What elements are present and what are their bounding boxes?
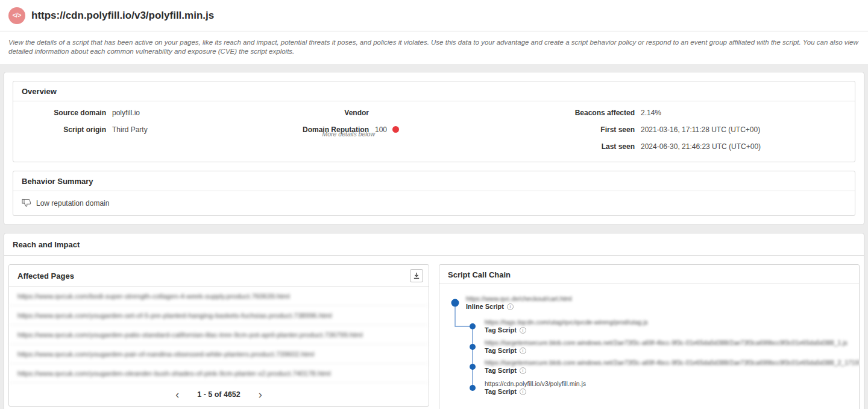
chain-node-dot <box>470 344 476 350</box>
field-vendor: Vendor <box>297 109 571 117</box>
chain-node-type: Tag Script i <box>485 326 526 334</box>
page-title: https://cdn.polyfill.io/v3/polyfill.min.… <box>31 10 214 22</box>
behavior-summary-card: Behavior Summary Low reputation domain <box>13 171 855 216</box>
info-icon[interactable]: i <box>520 347 526 354</box>
info-icon[interactable]: i <box>520 327 526 334</box>
affected-page-url: https://www.qvcuk.com/bodi-super-strengt… <box>9 287 429 306</box>
download-icon <box>413 272 420 279</box>
chain-node-url: https://www.qvc.de/checkout/cart.html <box>466 295 572 303</box>
chain-node-type-label: Tag Script <box>485 326 517 334</box>
chain-node-type: Tag Script i <box>485 367 526 375</box>
field-label: Last seen <box>571 142 635 151</box>
reach-and-impact-section: Reach and Impact Affected Pages https://… <box>4 233 864 409</box>
field-label: First seen <box>571 125 635 134</box>
field-value: Third Party <box>112 125 148 134</box>
overview-card: Overview Source domain polyfill.io Scrip… <box>13 81 855 162</box>
chain-node-url: https://targetemsecure.blob.core.windows… <box>485 359 859 367</box>
behavior-summary-label: Low reputation domain <box>36 199 109 208</box>
field-last-seen: Last seen 2024-06-30, 21:46:23 UTC (UTC+… <box>571 142 846 151</box>
overview-title: Overview <box>13 81 855 101</box>
overview-column-3: Beacons affected 2.14% First seen 2021-0… <box>571 109 846 159</box>
field-value: 2024-06-30, 21:46:23 UTC (UTC+00) <box>641 142 761 151</box>
affected-page-url: https://www.qvcuk.com/yougarden-oleander… <box>9 364 429 383</box>
field-label: Vendor <box>297 109 369 117</box>
pagination-range: 1 - 5 of 4652 <box>197 390 241 399</box>
field-value: 2021-03-16, 17:11:28 UTC (UTC+00) <box>641 125 760 134</box>
summary-section: Overview Source domain polyfill.io Scrip… <box>4 72 864 225</box>
field-label: Script origin <box>22 125 106 134</box>
field-script-origin: Script origin Third Party <box>22 125 297 134</box>
chain-node-type: Tag Script i <box>485 347 526 355</box>
field-value: 100 <box>375 125 399 134</box>
affected-page-url: https://www.qvcuk.com/yougarden-patio-st… <box>9 325 429 344</box>
chain-node-type: Tag Script i <box>485 388 526 396</box>
behavior-summary-title: Behavior Summary <box>13 171 855 191</box>
overview-column-2: Vendor Domain Reputation 100 More detail… <box>297 109 571 159</box>
chain-node-dot <box>470 323 476 329</box>
reputation-score: 100 <box>375 125 387 134</box>
chain-node-dot <box>470 385 476 391</box>
field-label: Beacons affected <box>571 109 635 117</box>
reputation-status-dot <box>392 126 399 133</box>
download-button[interactable] <box>410 269 423 282</box>
info-icon[interactable]: i <box>507 303 514 310</box>
chain-node-url: https://tags.tiqcdn.com/utag/qvc/qvcde-w… <box>485 319 648 326</box>
field-value: polyfill.io <box>112 109 140 117</box>
affected-pages-panel: Affected Pages https://www.qvcuk.com/bod… <box>8 264 429 407</box>
chain-node-type-label: Tag Script <box>485 367 517 375</box>
page-description: View the details of a script that has be… <box>0 31 868 64</box>
affected-pages-title: Affected Pages <box>17 271 74 281</box>
pagination-next-button[interactable]: › <box>257 389 263 400</box>
chain-node-dot <box>470 364 476 370</box>
field-source-domain: Source domain polyfill.io <box>22 109 297 117</box>
field-label: Source domain <box>22 109 106 117</box>
reach-and-impact-title: Reach and Impact <box>4 233 864 256</box>
field-value: 2.14% <box>641 109 661 117</box>
chain-node-type-label: Tag Script <box>485 388 517 396</box>
chain-node-type: Inline Script i <box>466 303 514 311</box>
chain-node-type-label: Tag Script <box>485 347 517 355</box>
overview-column-1: Source domain polyfill.io Script origin … <box>22 109 297 159</box>
chain-node-url: https://targetemsecure.blob.core.windows… <box>485 339 848 347</box>
script-call-chain-header: Script Call Chain <box>439 265 859 284</box>
reach-and-impact-panels: Affected Pages https://www.qvcuk.com/bod… <box>4 256 864 409</box>
affected-pages-header: Affected Pages <box>9 265 429 287</box>
info-icon[interactable]: i <box>520 388 526 395</box>
script-code-icon: </> <box>8 7 25 24</box>
pagination-prev-button[interactable]: ‹ <box>174 389 180 400</box>
thumbs-down-icon <box>22 198 31 208</box>
field-beacons-affected: Beacons affected 2.14% <box>571 109 846 117</box>
chain-node-url: https://cdn.polyfill.io/v3/polyfill.min.… <box>485 380 586 388</box>
affected-page-url: https://www.qvcuk.com/yougarden-set-of-5… <box>9 306 429 325</box>
chain-node-type-label: Inline Script <box>466 303 504 311</box>
script-call-chain-tree: https://www.qvc.de/checkout/cart.html In… <box>439 284 859 409</box>
info-icon[interactable]: i <box>520 367 526 374</box>
behavior-summary-item: Low reputation domain <box>13 191 855 215</box>
field-first-seen: First seen 2021-03-16, 17:11:28 UTC (UTC… <box>571 125 846 134</box>
script-call-chain-title: Script Call Chain <box>448 270 511 279</box>
page-header: </> https://cdn.polyfill.io/v3/polyfill.… <box>0 0 868 31</box>
affected-page-url: https://www.qvcuk.com/yougarden-pair-of-… <box>9 344 429 364</box>
script-call-chain-panel: Script Call Chain https://www.qvc.de/che… <box>439 264 860 409</box>
chain-node-dot <box>451 299 459 307</box>
overview-fields: Source domain polyfill.io Script origin … <box>13 101 855 162</box>
pagination: ‹ 1 - 5 of 4652 › <box>9 383 429 406</box>
